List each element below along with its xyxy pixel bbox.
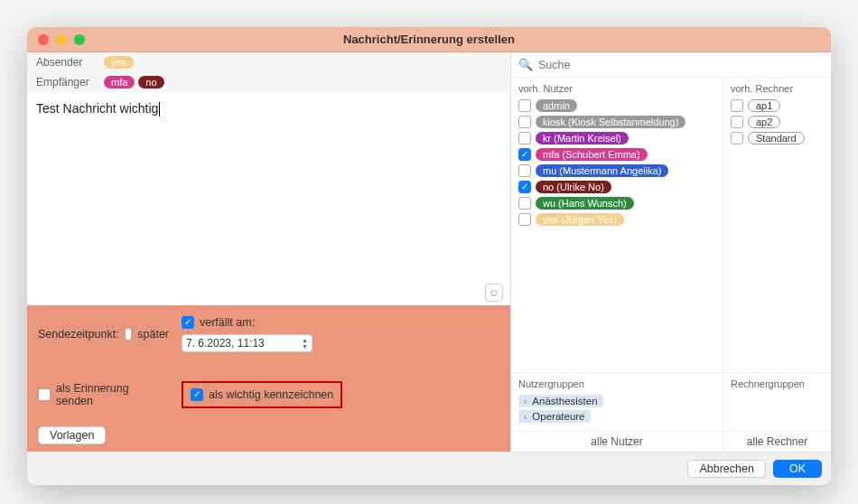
send-time-row: Sendezeitpunkt: später verfällt am: 7. 6… bbox=[38, 316, 499, 352]
all-buttons-row: alle Nutzer alle Rechner bbox=[511, 431, 831, 452]
maximize-icon[interactable] bbox=[74, 34, 85, 45]
user-group-item[interactable]: ‹Anästhesisten bbox=[518, 395, 603, 407]
user-list-item[interactable]: yes (Jürgen Yes) bbox=[518, 213, 715, 226]
chevron-left-icon: ‹ bbox=[524, 397, 527, 406]
computer-checkbox[interactable] bbox=[731, 132, 743, 145]
options-panel: ☺ Sendezeitpunkt: später verfällt am: bbox=[27, 305, 510, 452]
user-checkbox[interactable] bbox=[518, 197, 531, 210]
as-important-label: als wichtig kennzeichnen bbox=[209, 388, 333, 401]
computer-tag: ap1 bbox=[748, 99, 780, 112]
all-users-button[interactable]: alle Nutzer bbox=[511, 432, 723, 452]
dialog-window: Nachricht/Erinnerung erstellen Absender … bbox=[27, 27, 831, 485]
close-icon[interactable] bbox=[38, 34, 49, 45]
user-groups-header: Nutzergruppen bbox=[518, 378, 715, 389]
flags-row: als Erinnerung senden als wichtig kennze… bbox=[38, 381, 499, 408]
important-highlight: als wichtig kennzeichnen bbox=[182, 381, 342, 408]
footer: Abbrechen OK bbox=[27, 452, 831, 485]
later-label: später bbox=[137, 328, 169, 341]
user-list-item[interactable]: kr (Martin Kreisel) bbox=[518, 132, 715, 145]
user-list-item[interactable]: mu (Mustermann Angelika) bbox=[518, 164, 715, 177]
expires-label: verfällt am: bbox=[200, 316, 255, 329]
user-group-label: Operateure bbox=[532, 411, 584, 422]
user-checkbox[interactable] bbox=[518, 132, 531, 145]
minimize-icon[interactable] bbox=[56, 34, 67, 45]
computer-checkbox[interactable] bbox=[731, 116, 743, 128]
computer-groups-column: Rechnergruppen bbox=[723, 373, 831, 431]
expires-value: 7. 6.2023, 11:13 bbox=[186, 337, 265, 350]
main-area: Absender yes Empfänger mfano Test Nachri… bbox=[27, 52, 831, 452]
sender-row: Absender yes bbox=[27, 52, 510, 72]
ok-button[interactable]: OK bbox=[773, 460, 822, 478]
user-group-item[interactable]: ‹Operateure bbox=[518, 410, 591, 423]
user-tag: kr (Martin Kreisel) bbox=[536, 132, 629, 145]
chevron-left-icon: ‹ bbox=[524, 412, 527, 422]
user-group-label: Anästhesisten bbox=[532, 396, 597, 406]
user-checkbox[interactable] bbox=[518, 116, 531, 128]
traffic-lights bbox=[27, 34, 85, 45]
recipients-row: Empfänger mfano bbox=[27, 72, 510, 92]
message-textarea[interactable]: Test Nachricht wichtig bbox=[27, 92, 510, 305]
search-input[interactable] bbox=[538, 59, 824, 71]
computer-groups-header: Rechnergruppen bbox=[731, 378, 824, 389]
user-list-item[interactable]: admin bbox=[518, 99, 715, 112]
user-tag: yes (Jürgen Yes) bbox=[536, 213, 624, 226]
user-checkbox[interactable] bbox=[518, 148, 531, 161]
as-reminder-checkbox[interactable] bbox=[38, 388, 51, 401]
send-time-label: Sendezeitpunkt: bbox=[38, 328, 119, 341]
user-checkbox[interactable] bbox=[518, 99, 531, 112]
computer-list-item[interactable]: Standard bbox=[731, 132, 824, 145]
expires-checkbox[interactable] bbox=[182, 316, 194, 329]
recipient-tag[interactable]: mfa bbox=[104, 76, 135, 89]
titlebar: Nachricht/Erinnerung erstellen bbox=[27, 27, 831, 52]
window-title: Nachricht/Erinnerung erstellen bbox=[27, 33, 831, 46]
user-list-item[interactable]: no (Ulrike No) bbox=[518, 181, 715, 193]
user-tag: mfa (Schubert Emma) bbox=[536, 148, 648, 161]
computer-tag: Standard bbox=[748, 132, 805, 145]
user-tag: kiosk (Kiosk Selbstanmeldung) bbox=[536, 116, 685, 128]
users-header: vorh. Nutzer bbox=[518, 83, 715, 94]
users-column: vorh. Nutzer adminkiosk (Kiosk Selbstanm… bbox=[511, 78, 723, 372]
templates-row: Vorlagen bbox=[38, 423, 499, 444]
all-computers-button[interactable]: alle Rechner bbox=[723, 432, 831, 452]
user-list-item[interactable]: mfa (Schubert Emma) bbox=[518, 148, 715, 161]
user-tag: no (Ulrike No) bbox=[536, 181, 611, 193]
date-stepper[interactable]: ▲▼ bbox=[302, 337, 308, 350]
computer-list-item[interactable]: ap1 bbox=[731, 99, 824, 112]
user-tag: mu (Mustermann Angelika) bbox=[536, 164, 668, 177]
computers-column: vorh. Rechner ap1ap2Standard bbox=[723, 78, 831, 372]
computer-checkbox[interactable] bbox=[731, 99, 743, 112]
user-list-item[interactable]: kiosk (Kiosk Selbstanmeldung) bbox=[518, 116, 715, 128]
user-groups-column: Nutzergruppen ‹Anästhesisten‹Operateure bbox=[511, 373, 723, 431]
later-checkbox[interactable] bbox=[125, 328, 133, 341]
recipients-label: Empfänger bbox=[36, 76, 104, 89]
as-reminder-label: als Erinnerung senden bbox=[56, 382, 169, 407]
header-rows: Absender yes Empfänger mfano bbox=[27, 52, 510, 92]
emoji-button[interactable]: ☺ bbox=[485, 284, 503, 302]
lists-row: vorh. Nutzer adminkiosk (Kiosk Selbstanm… bbox=[511, 78, 831, 372]
sender-label: Absender bbox=[36, 56, 104, 69]
recipient-tag[interactable]: no bbox=[138, 76, 163, 89]
user-tag: admin bbox=[536, 99, 577, 112]
groups-row: Nutzergruppen ‹Anästhesisten‹Operateure … bbox=[511, 372, 831, 431]
user-checkbox[interactable] bbox=[518, 181, 531, 193]
cancel-button[interactable]: Abbrechen bbox=[687, 460, 765, 478]
expires-date-field[interactable]: 7. 6.2023, 11:13 ▲▼ bbox=[182, 334, 312, 352]
user-tag: wu (Hans Wunsch) bbox=[536, 197, 634, 210]
user-checkbox[interactable] bbox=[518, 213, 531, 226]
search-icon: 🔍 bbox=[518, 58, 533, 71]
user-checkbox[interactable] bbox=[518, 164, 531, 177]
left-pane: Absender yes Empfänger mfano Test Nachri… bbox=[27, 52, 510, 452]
search-row: 🔍 bbox=[511, 52, 831, 78]
sender-tag: yes bbox=[104, 56, 134, 69]
right-pane: 🔍 vorh. Nutzer adminkiosk (Kiosk Selbsta… bbox=[510, 52, 831, 452]
user-list-item[interactable]: wu (Hans Wunsch) bbox=[518, 197, 715, 210]
templates-button[interactable]: Vorlagen bbox=[38, 426, 106, 444]
message-text: Test Nachricht wichtig bbox=[36, 101, 158, 116]
computer-tag: ap2 bbox=[748, 116, 780, 128]
as-important-checkbox[interactable] bbox=[191, 388, 203, 401]
computer-list-item[interactable]: ap2 bbox=[731, 116, 824, 128]
computers-header: vorh. Rechner bbox=[731, 83, 824, 94]
